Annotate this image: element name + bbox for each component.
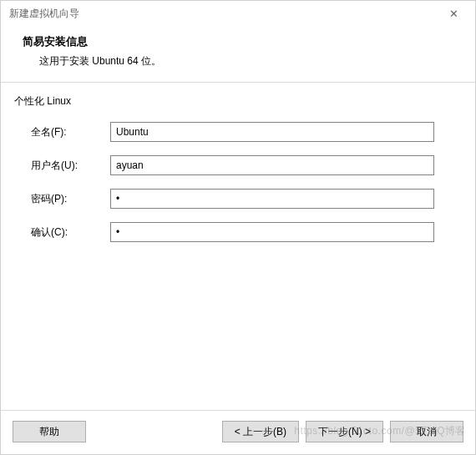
header-section: 简易安装信息 这用于安装 Ubuntu 64 位。	[1, 26, 475, 83]
help-button[interactable]: 帮助	[13, 421, 86, 442]
password-input[interactable]	[110, 189, 434, 209]
confirm-input[interactable]	[110, 222, 434, 242]
wizard-window: 新建虚拟机向导 ✕ 简易安装信息 这用于安装 Ubuntu 64 位。 个性化 …	[0, 0, 476, 455]
window-title: 新建虚拟机向导	[9, 7, 79, 21]
header-subtitle: 这用于安装 Ubuntu 64 位。	[23, 54, 453, 68]
confirm-label: 确认(C):	[31, 225, 110, 240]
footer-left: 帮助	[13, 421, 86, 442]
header-title: 简易安装信息	[23, 34, 453, 49]
footer: 帮助 < 上一步(B) 下一步(N) > 取消	[1, 410, 475, 454]
close-icon[interactable]: ✕	[438, 2, 468, 25]
password-label: 密码(P):	[31, 192, 110, 206]
titlebar: 新建虚拟机向导 ✕	[1, 1, 475, 26]
section-label: 个性化 Linux	[14, 94, 462, 109]
username-label: 用户名(U):	[31, 159, 110, 173]
fullname-row: 全名(F):	[14, 122, 462, 142]
footer-right: < 上一步(B) 下一步(N) > 取消	[222, 421, 463, 442]
fullname-label: 全名(F):	[31, 125, 110, 139]
next-button[interactable]: 下一步(N) >	[306, 421, 383, 442]
content-area: 个性化 Linux 全名(F): 用户名(U): 密码(P): 确认(C):	[1, 83, 475, 410]
fullname-input[interactable]	[110, 122, 434, 142]
username-input[interactable]	[110, 155, 434, 175]
confirm-row: 确认(C):	[14, 222, 462, 242]
username-row: 用户名(U):	[14, 155, 462, 175]
password-row: 密码(P):	[14, 189, 462, 209]
cancel-button[interactable]: 取消	[390, 421, 463, 442]
back-button[interactable]: < 上一步(B)	[222, 421, 299, 442]
